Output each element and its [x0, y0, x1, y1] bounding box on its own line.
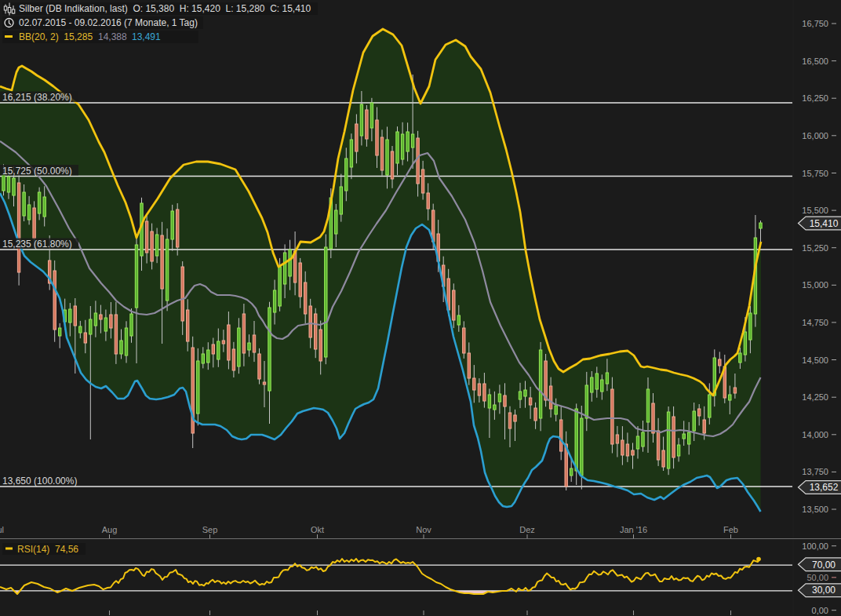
svg-text:Okt: Okt [311, 525, 324, 534]
svg-text:13,491: 13,491 [132, 31, 161, 42]
svg-text:Jul: Jul [0, 525, 4, 534]
svg-text:02.07.2015 - 09.02.2016 (7 Mon: 02.07.2015 - 09.02.2016 (7 Monate, 1 Tag… [19, 17, 198, 28]
svg-text:15,500: 15,500 [802, 206, 828, 215]
svg-text:16,215 (38.20%): 16,215 (38.20%) [2, 92, 72, 103]
svg-text:RSI(14) 74,56: RSI(14) 74,56 [17, 544, 78, 555]
svg-text:16,750: 16,750 [802, 19, 828, 28]
svg-text:13,650 (100.00%): 13,650 (100.00%) [2, 476, 77, 487]
svg-text:Feb: Feb [723, 525, 738, 534]
svg-text:14,250: 14,250 [802, 392, 828, 402]
svg-text:Dez: Dez [519, 525, 535, 534]
svg-text:100,00: 100,00 [802, 541, 828, 551]
svg-text:14,750: 14,750 [802, 318, 828, 327]
svg-text:14,388: 14,388 [98, 31, 127, 42]
svg-text:70,00: 70,00 [812, 560, 836, 570]
svg-text:Silber (DB Indikation, last): Silber (DB Indikation, last) O: 15,380 H… [19, 3, 311, 14]
svg-text:15,250: 15,250 [802, 243, 828, 253]
svg-text:Aug: Aug [102, 525, 118, 534]
svg-text:13,652: 13,652 [810, 482, 839, 493]
svg-text:Sep: Sep [202, 525, 218, 534]
svg-text:Nov: Nov [416, 525, 431, 534]
svg-text:15,750: 15,750 [802, 169, 828, 178]
svg-text:BB(20, 2) 15,285: BB(20, 2) 15,285 [19, 31, 93, 42]
svg-text:14,500: 14,500 [802, 355, 828, 365]
svg-text:13,750: 13,750 [802, 467, 828, 476]
svg-text:30,00: 30,00 [812, 585, 836, 596]
svg-text:Jan '16: Jan '16 [620, 525, 647, 534]
svg-text:15,000: 15,000 [802, 280, 828, 290]
svg-text:0,00: 0,00 [812, 606, 828, 615]
svg-text:14,000: 14,000 [802, 430, 828, 439]
svg-text:16,000: 16,000 [802, 131, 828, 140]
svg-text:15,235 (61.80%): 15,235 (61.80%) [2, 239, 72, 250]
svg-text:13,500: 13,500 [802, 505, 828, 514]
svg-text:15,725 (50.00%): 15,725 (50.00%) [2, 166, 72, 177]
svg-text:15,410: 15,410 [810, 218, 839, 229]
svg-text:16,500: 16,500 [802, 56, 828, 66]
svg-text:16,250: 16,250 [802, 93, 828, 103]
svg-text:50,00: 50,00 [806, 573, 828, 582]
